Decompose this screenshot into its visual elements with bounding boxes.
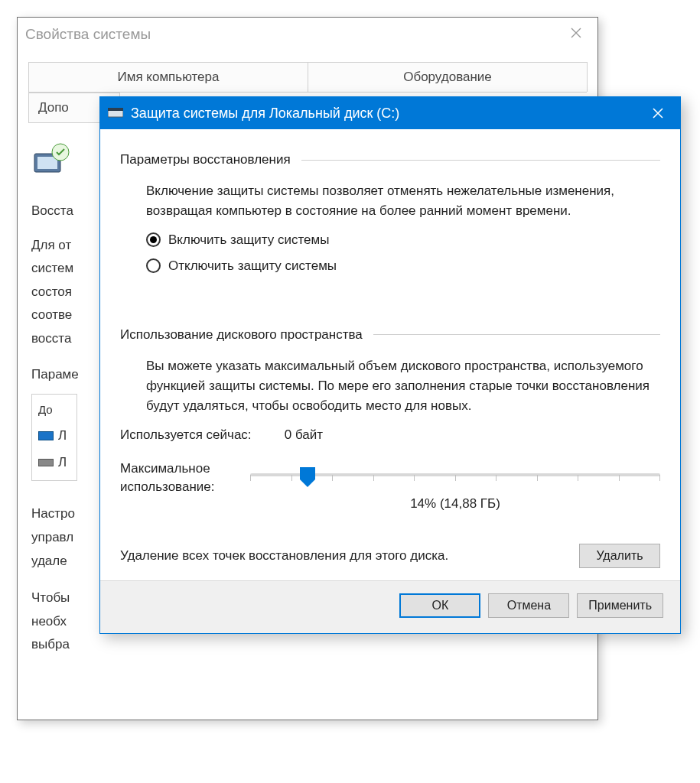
max-usage-label: Максимальное использование: — [120, 460, 235, 497]
system-protection-dialog: Защита системы для Локальный диск (C:) П… — [99, 96, 681, 634]
drives-header: До — [38, 399, 70, 420]
delete-description: Удаление всех точек восстановления для э… — [120, 546, 565, 566]
drive-row[interactable]: Л — [38, 423, 70, 450]
svg-rect-3 — [108, 110, 123, 117]
used-now-value: 0 байт — [285, 427, 323, 442]
parent-titlebar: Свойства системы — [18, 18, 597, 51]
dialog-body: Параметры восстановления Включение защит… — [100, 129, 680, 580]
cancel-button[interactable]: Отмена — [488, 593, 569, 618]
slider-value-text: 14% (14,88 ГБ) — [250, 496, 660, 512]
drives-listbox[interactable]: До Л Л — [31, 394, 77, 481]
drive-icon — [38, 459, 54, 466]
drive-row[interactable]: Л — [38, 450, 70, 476]
parent-close-button[interactable] — [555, 18, 597, 48]
svg-rect-1 — [37, 157, 57, 169]
tab-hardware[interactable]: Оборудование — [308, 62, 588, 92]
used-now-label: Используется сейчас: — [120, 427, 281, 443]
tab-computer-name[interactable]: Имя компьютера — [28, 62, 308, 92]
apply-button[interactable]: Применить — [577, 593, 663, 618]
radio-icon — [146, 232, 161, 247]
dialog-close-button[interactable] — [640, 97, 676, 129]
dialog-footer: ОК Отмена Применить — [100, 580, 680, 633]
restore-description: Включение защиты системы позволяет отмен… — [120, 181, 660, 222]
radio-disable-protection[interactable]: Отключить защиту системы — [146, 258, 660, 274]
parent-title: Свойства системы — [25, 26, 151, 43]
radio-enable-protection[interactable]: Включить защиту системы — [146, 232, 660, 248]
dialog-titlebar: Защита системы для Локальный диск (C:) — [100, 97, 680, 129]
max-usage-slider[interactable]: 14% (14,88 ГБ) — [250, 460, 660, 512]
radio-icon — [146, 258, 161, 273]
delete-button[interactable]: Удалить — [579, 544, 660, 568]
svg-rect-4 — [108, 108, 123, 111]
ok-button[interactable]: ОК — [399, 593, 480, 618]
slider-ticks — [250, 475, 660, 481]
drive-icon — [108, 108, 123, 119]
system-protection-icon — [31, 141, 73, 178]
group-restore-settings: Параметры восстановления — [120, 152, 660, 167]
dialog-title: Защита системы для Локальный диск (C:) — [131, 106, 640, 122]
drive-icon — [38, 431, 54, 440]
disk-usage-description: Вы можете указать максимальный объем дис… — [120, 356, 660, 417]
group-disk-usage: Использование дискового пространства — [120, 327, 660, 343]
